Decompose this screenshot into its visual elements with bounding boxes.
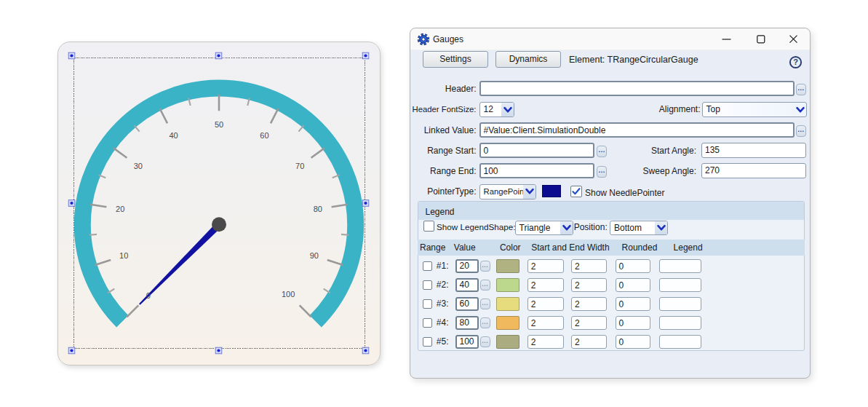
svg-text:?: ? (793, 58, 798, 66)
